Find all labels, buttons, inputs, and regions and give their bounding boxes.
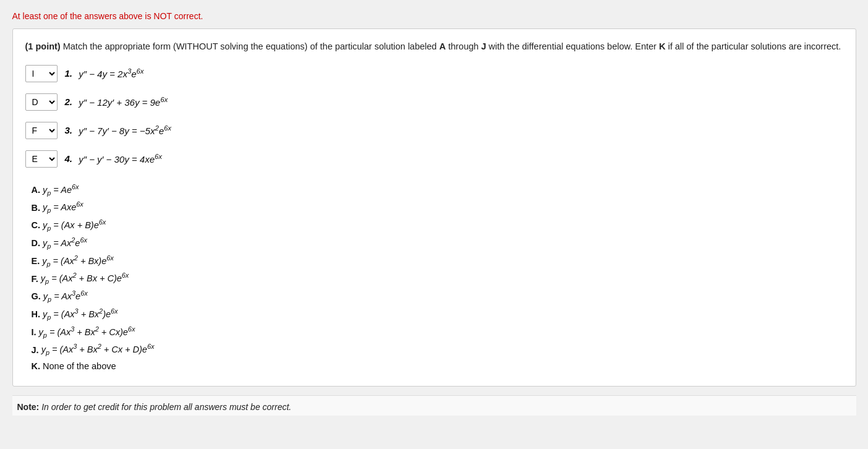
solution-j: J. yp = (Ax3 + Bx2 + Cx + D)e6x — [32, 341, 843, 359]
solution-math-f: yp = (Ax2 + Bx + C)e6x — [41, 273, 129, 283]
solution-label-e: E. — [32, 256, 40, 266]
solution-math-b: yp = Axe6x — [43, 202, 84, 212]
eq-math-3: y″ − 7y′ − 8y = −5x2e6x — [76, 124, 171, 136]
solution-math-j: yp = (Ax3 + Bx2 + Cx + D)e6x — [41, 344, 155, 354]
solution-math-g: yp = Ax3e6x — [43, 291, 88, 301]
solution-label-i: I. — [32, 327, 37, 337]
eq-number-4: 4. — [65, 153, 73, 164]
eq-math-2: y″ − 12y′ + 36y = 9e6x — [76, 96, 168, 108]
solution-h: H. yp = (Ax3 + Bx2)e6x — [32, 306, 843, 323]
solution-k: K. None of the above — [32, 359, 843, 374]
equation-row-4: ABCD EFGH IJK 4. y″ − y′ − 30y = 4xe6x — [25, 150, 843, 168]
solution-a: A. yp = Ae6x — [32, 181, 843, 199]
answer-select-2[interactable]: ABCD EFGH IJK — [25, 93, 58, 111]
eq-number-1: 1. — [65, 68, 73, 79]
question-instruction: (1 point) Match the appropriate form (WI… — [25, 40, 843, 54]
equation-row-2: ABCD EFGH IJK 2. y″ − 12y′ + 36y = 9e6x — [25, 93, 843, 111]
solution-label-f: F. — [32, 273, 38, 283]
question-box: (1 point) Match the appropriate form (WI… — [12, 28, 856, 387]
eq-number-2: 2. — [65, 96, 73, 107]
solution-e: E. yp = (Ax2 + Bx)e6x — [32, 252, 843, 270]
solutions-section: A. yp = Ae6x B. yp = Axe6x C. yp = (Ax +… — [25, 181, 843, 375]
equation-row-3: ABCD EFGH IJK 3. y″ − 7y′ − 8y = −5x2e6x — [25, 122, 843, 139]
solution-i: I. yp = (Ax3 + Bx2 + Cx)e6x — [32, 323, 843, 341]
main-container: At least one of the answers above is NOT… — [7, 6, 861, 421]
eq-number-3: 3. — [65, 125, 73, 135]
eq-math-4: y″ − y′ − 30y = 4xe6x — [76, 153, 162, 165]
solution-f: F. yp = (Ax2 + Bx + C)e6x — [32, 270, 843, 288]
solution-c: C. yp = (Ax + B)e6x — [32, 216, 843, 234]
solution-label-a: A. — [32, 185, 41, 195]
solution-math-d: yp = Ax2e6x — [43, 238, 87, 248]
note-section: Note: In order to get credit for this pr… — [12, 395, 856, 416]
solution-g: G. yp = Ax3e6x — [32, 288, 843, 306]
solution-math-i: yp = (Ax3 + Bx2 + Cx)e6x — [39, 327, 135, 337]
answer-select-1[interactable]: ABCD EFGH IJK — [25, 65, 58, 82]
solution-math-c: yp = (Ax + B)e6x — [43, 220, 106, 230]
solution-label-k: K. — [32, 361, 41, 371]
solution-b: B. yp = Axe6x — [32, 199, 843, 217]
solution-math-a: yp = Ae6x — [43, 185, 79, 195]
solution-d: D. yp = Ax2e6x — [32, 234, 843, 252]
solution-math-h: yp = (Ax3 + Bx2)e6x — [43, 309, 118, 319]
label-j: J — [481, 41, 486, 51]
point-value: (1 point) — [25, 41, 61, 51]
solution-label-b: B. — [32, 202, 41, 212]
solution-label-c: C. — [32, 220, 41, 230]
solution-label-h: H. — [32, 309, 41, 319]
equation-row-1: ABCD EFGH IJK 1. y″ − 4y = 2x3e6x — [25, 65, 843, 82]
answer-select-4[interactable]: ABCD EFGH IJK — [25, 150, 58, 168]
solution-label-j: J. — [32, 344, 39, 354]
label-a: A — [439, 41, 445, 51]
eq-math-1: y″ − 4y = 2x3e6x — [76, 67, 144, 79]
solution-math-k: None of the above — [43, 361, 116, 371]
solution-label-d: D. — [32, 238, 41, 248]
note-text: In order to get credit for this problem … — [41, 402, 291, 412]
error-message: At least one of the answers above is NOT… — [12, 11, 856, 21]
solution-math-e: yp = (Ax2 + Bx)e6x — [42, 256, 113, 266]
label-k: K — [659, 41, 665, 51]
solution-label-g: G. — [32, 291, 41, 301]
note-label: Note: — [17, 402, 40, 412]
answer-select-3[interactable]: ABCD EFGH IJK — [25, 122, 58, 139]
